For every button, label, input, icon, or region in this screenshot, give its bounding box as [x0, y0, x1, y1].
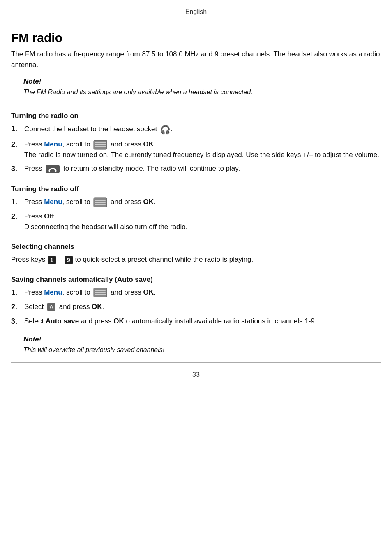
section-heading-select: Selecting channels: [11, 243, 381, 251]
headset-icon: 🎧: [160, 123, 171, 136]
step-turn-on-2-mid: , scroll to: [62, 140, 92, 148]
section-heading-turn-off: Turning the radio off: [11, 185, 381, 193]
step-turn-on-2-detail: The radio is now turned on. The currentl…: [24, 151, 379, 159]
menu-label-1: Menu: [44, 140, 62, 148]
intro-text: The FM radio has a frequency range from …: [11, 49, 381, 70]
key-1-badge: 1: [48, 256, 56, 264]
step-save-num-3: 3.: [11, 316, 23, 327]
step-num-2: 2.: [11, 139, 23, 150]
step-turn-on-2-pre: Press: [24, 140, 44, 148]
svg-rect-8: [95, 200, 106, 201]
svg-rect-13: [95, 292, 106, 293]
menu-label-2: Menu: [44, 198, 62, 206]
ok-label-5: OK: [113, 317, 124, 325]
svg-rect-2: [95, 144, 106, 145]
step-save-num-2: 2.: [11, 302, 23, 313]
step-off-num-2: 2.: [11, 211, 23, 222]
menu-label-3: Menu: [44, 288, 62, 296]
step-list-save: 1. Press Menu, scroll to and press OK. 2…: [11, 287, 381, 330]
language-label: English: [185, 8, 207, 15]
note-body-1: The FM Radio and its settings are only a…: [23, 87, 381, 97]
step-turn-on-3-pre: Press: [24, 165, 44, 172]
step-turn-on-2: 2. Press Menu, scroll to and press OK. T…: [11, 139, 381, 160]
radio-icon-3: [93, 288, 107, 297]
settings-icon: [47, 302, 56, 311]
note-title-1: Note!: [23, 77, 381, 86]
step-save-1: 1. Press Menu, scroll to and press OK.: [11, 287, 381, 298]
key-9-badge: 9: [65, 256, 73, 264]
step-turn-on-3-post: to return to standby mode. The radio wil…: [63, 165, 240, 172]
step-list-turn-off: 1. Press Menu, scroll to and press OK. 2…: [11, 197, 381, 235]
svg-rect-1: [95, 142, 106, 143]
note-block-1: Note! The FM Radio and its settings are …: [23, 77, 381, 97]
ok-label-3: OK: [143, 288, 154, 296]
svg-point-16: [50, 306, 52, 308]
step-turn-off-2-detail: Disconnecting the headset will also turn…: [24, 223, 188, 231]
step-num-3: 3.: [11, 163, 23, 174]
svg-rect-14: [95, 294, 106, 295]
note-block-2: Note! This will overwrite all previously…: [23, 335, 381, 355]
step-turn-on-1-text: Connect the headset to the headset socke…: [24, 125, 157, 133]
page-number: 33: [192, 371, 200, 378]
ok-label-1: OK: [143, 140, 154, 148]
ok-label-4: OK: [92, 303, 102, 311]
page-title: FM radio: [11, 31, 381, 45]
svg-rect-10: [95, 204, 106, 205]
step-save-3: 3. Select Auto save and press OKto autom…: [11, 316, 381, 327]
auto-save-label: Auto save: [46, 317, 79, 325]
note-title-2: Note!: [23, 335, 381, 343]
step-save-3-post: to automatically install available radio…: [124, 317, 317, 325]
step-turn-off-1: 1. Press Menu, scroll to and press OK.: [11, 197, 381, 208]
section-heading-save: Saving channels automatically (Auto save…: [11, 276, 381, 284]
svg-rect-12: [95, 290, 106, 291]
radio-icon-2: [93, 197, 107, 207]
ok-label-2: OK: [143, 198, 154, 206]
step-turn-on-2-post: and press: [111, 140, 143, 148]
svg-rect-3: [95, 146, 106, 147]
step-list-turn-on: 1. Connect the headset to the headset so…: [11, 123, 381, 178]
selecting-channels-body: Press keys 1 – 9 to quick-select a prese…: [11, 254, 381, 265]
step-off-num-1: 1.: [11, 197, 23, 208]
step-save-num-1: 1.: [11, 287, 23, 298]
select-pre: Press keys: [11, 255, 45, 263]
step-turn-on-1: 1. Connect the headset to the headset so…: [11, 123, 381, 136]
page-footer: 33: [11, 362, 381, 378]
off-label: Off: [44, 212, 54, 220]
step-turn-off-2: 2. Press Off. Disconnecting the headset …: [11, 211, 381, 232]
page-header: English: [11, 8, 381, 19]
step-num-1: 1.: [11, 123, 23, 135]
section-heading-turn-on: Turning the radio on: [11, 112, 381, 120]
step-save-2: 2. Select and press OK.: [11, 302, 381, 313]
step-turn-on-3: 3. Press to return to standby mode. The …: [11, 163, 381, 174]
svg-rect-9: [95, 202, 106, 203]
select-post: to quick-select a preset channel while t…: [75, 255, 254, 263]
phone-end-icon-1: [45, 165, 60, 174]
note-body-2: This will overwrite all previously saved…: [23, 345, 381, 355]
radio-icon-1: [93, 140, 107, 150]
